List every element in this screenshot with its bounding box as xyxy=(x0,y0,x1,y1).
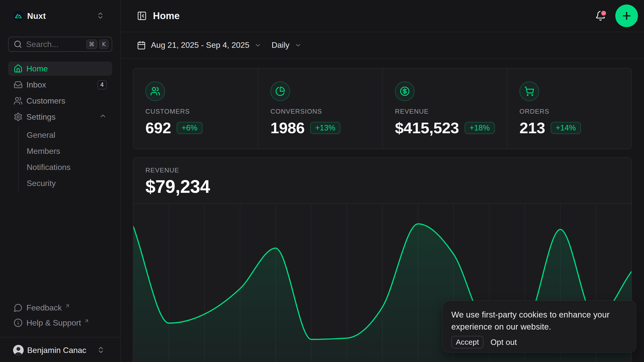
kbd-k: K xyxy=(99,39,109,49)
chevron-down-icon xyxy=(254,42,261,49)
stat-delta-badge: +6% xyxy=(177,122,203,134)
chart-title: REVENUE xyxy=(145,166,619,174)
stat-label: CUSTOMERS xyxy=(145,108,246,115)
circle-dollar-sign-icon xyxy=(395,81,415,101)
stat-value: 1986 xyxy=(270,119,305,137)
accept-button[interactable]: Accept xyxy=(451,336,484,348)
stat-value: 692 xyxy=(145,119,171,137)
sidebar-collapse-button[interactable] xyxy=(137,11,147,21)
users-icon xyxy=(14,96,23,105)
workspace-switcher[interactable]: Nuxt xyxy=(0,0,120,32)
stat-label: REVENUE xyxy=(395,108,495,115)
chevrons-up-down-icon xyxy=(96,12,104,21)
stat-label: ORDERS xyxy=(519,108,619,115)
settings-subnav: General Members Notifications Security xyxy=(18,126,112,192)
sidebar-item-settings[interactable]: Settings xyxy=(8,110,112,124)
sidebar-item-label: Home xyxy=(26,64,107,73)
sidebar: Nuxt Search... ⌘ K Home xyxy=(0,0,121,362)
topbar: Home xyxy=(121,0,644,32)
sidebar-item-label: Settings xyxy=(26,112,95,122)
stats-card: CUSTOMERS 692 +6% CONVERSIONS 1986 +13% xyxy=(133,68,632,149)
stat-customers[interactable]: CUSTOMERS 692 +6% xyxy=(133,68,258,149)
search-kbds: ⌘ K xyxy=(86,39,109,49)
sidebar-item-security[interactable]: Security xyxy=(19,176,112,190)
sidebar-item-inbox[interactable]: Inbox 4 xyxy=(8,78,112,92)
sidebar-divider xyxy=(0,337,120,337)
home-icon xyxy=(14,64,23,73)
sidebar-footer: Feedback Help & Support xyxy=(8,301,112,362)
date-range-value: Aug 21, 2025 - Sep 4, 2025 xyxy=(151,40,249,50)
panel-left-close-icon xyxy=(137,11,147,21)
chart-header: REVENUE $79,234 xyxy=(133,158,631,203)
sidebar-item-general[interactable]: General xyxy=(19,128,112,142)
inbox-count-badge: 4 xyxy=(97,80,107,89)
users-icon xyxy=(145,81,165,101)
nuxt-logo-path xyxy=(15,13,22,19)
message-circle-icon xyxy=(14,303,23,312)
stat-conversions[interactable]: CONVERSIONS 1986 +13% xyxy=(258,68,382,149)
nuxt-logo-icon xyxy=(13,11,24,21)
workspace-name: Nuxt xyxy=(27,11,93,21)
user-menu[interactable]: Benjamin Canac xyxy=(0,338,120,362)
calendar-icon xyxy=(137,41,146,50)
sidebar-item-label: Inbox xyxy=(26,80,94,89)
chevron-down-icon xyxy=(295,42,302,49)
sidebar-item-home[interactable]: Home xyxy=(8,62,112,76)
shopping-cart-icon xyxy=(519,81,539,101)
stat-label: CONVERSIONS xyxy=(270,108,370,115)
cookie-toast: We use first-party cookies to enhance yo… xyxy=(443,301,636,352)
date-range-picker[interactable]: Aug 21, 2025 - Sep 4, 2025 xyxy=(137,40,261,50)
page-title: Home xyxy=(153,11,180,21)
stat-orders[interactable]: ORDERS 213 +14% xyxy=(507,68,631,149)
add-button[interactable] xyxy=(615,5,638,27)
chevron-up-icon xyxy=(99,112,107,122)
stat-delta-badge: +18% xyxy=(465,122,495,134)
search-input[interactable]: Search... ⌘ K xyxy=(8,37,112,52)
chart-pie-icon xyxy=(270,81,290,101)
feedback-link[interactable]: Feedback xyxy=(8,301,112,315)
stat-delta-badge: +14% xyxy=(551,122,581,134)
search-placeholder: Search... xyxy=(26,40,82,49)
user-name: Benjamin Canac xyxy=(27,346,93,355)
granularity-select[interactable]: Daily xyxy=(271,40,301,50)
info-circle-icon xyxy=(14,318,23,327)
sidebar-body: Search... ⌘ K Home Inbox 4 xyxy=(0,32,120,362)
cookie-message: We use first-party cookies to enhance yo… xyxy=(451,309,627,333)
stat-value: $415,523 xyxy=(395,119,459,137)
kbd-meta: ⌘ xyxy=(86,39,97,49)
help-support-link[interactable]: Help & Support xyxy=(8,316,112,330)
filters-toolbar: Aug 21, 2025 - Sep 4, 2025 Daily xyxy=(121,32,644,59)
notification-dot xyxy=(600,10,607,17)
sidebar-nav: Home Inbox 4 Customers Settings xyxy=(8,62,112,192)
user-avatar-image xyxy=(13,345,24,355)
notifications-button[interactable] xyxy=(595,11,606,21)
sidebar-item-members[interactable]: Members xyxy=(19,144,112,158)
stat-revenue[interactable]: REVENUE $415,523 +18% xyxy=(382,68,507,149)
plus-icon xyxy=(621,10,632,22)
sidebar-item-notifications[interactable]: Notifications xyxy=(19,160,112,174)
chevrons-up-down-icon xyxy=(97,346,105,355)
sidebar-item-customers[interactable]: Customers xyxy=(8,94,112,108)
topbar-actions xyxy=(595,5,638,27)
user-avatar xyxy=(13,345,24,355)
sidebar-item-label: Customers xyxy=(26,96,107,106)
feedback-label: Feedback xyxy=(26,303,62,312)
settings-icon xyxy=(14,112,23,121)
chart-total-value: $79,234 xyxy=(145,176,619,197)
search-icon xyxy=(14,40,22,49)
help-support-label: Help & Support xyxy=(26,318,81,328)
inbox-icon xyxy=(14,80,23,89)
granularity-value: Daily xyxy=(271,40,289,50)
opt-out-button[interactable]: Opt out xyxy=(487,336,521,348)
stat-delta-badge: +13% xyxy=(310,122,340,134)
stat-value: 213 xyxy=(519,119,545,137)
arrow-up-right-icon xyxy=(65,303,70,309)
cookie-actions: Accept Opt out xyxy=(451,336,627,348)
arrow-up-right-icon xyxy=(84,318,89,324)
